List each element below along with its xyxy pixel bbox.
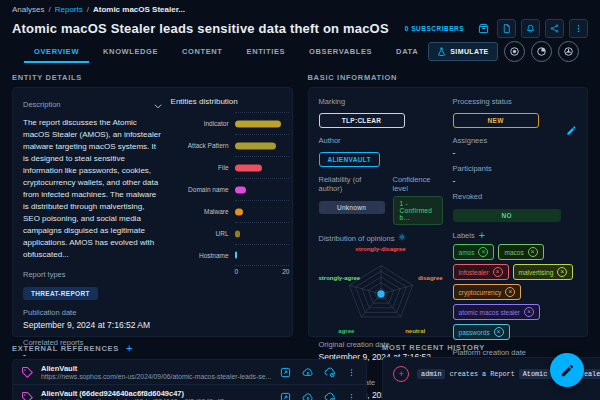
radar-axis-agree: agree xyxy=(338,328,354,334)
edit-pencil-icon[interactable] xyxy=(566,122,577,140)
report-type-chip[interactable]: THREAT-REPORT xyxy=(23,287,98,300)
chart-row: Attack Pattern xyxy=(171,134,290,156)
reference-kebab-icon[interactable] xyxy=(345,366,358,379)
axis-tick-max: 20 xyxy=(282,268,289,275)
breadcrumb: Analyses / Reports / Atomic macOS Steale… xyxy=(12,5,588,14)
open-external-icon[interactable] xyxy=(279,366,292,379)
entity-details-section: ENTITY DETAILS Description The report di… xyxy=(12,67,293,337)
chart-category-label: Attack Pattern xyxy=(171,134,235,156)
tab[interactable]: OBSERVABLES xyxy=(299,40,382,63)
remove-label-icon[interactable] xyxy=(528,247,538,257)
reference-kebab-icon[interactable] xyxy=(345,391,358,400)
label-chip[interactable]: cryptocurrency xyxy=(453,284,522,300)
reliability-chip: Unknown xyxy=(319,201,385,214)
reference-url[interactable]: https://news.sophos.com/en-us/2024/09/06… xyxy=(41,373,271,380)
tab[interactable]: OVERVIEW xyxy=(24,40,89,63)
chart-row: Malware xyxy=(171,200,290,222)
author-chip[interactable]: ALIENVAULT xyxy=(319,152,380,167)
external-reference-row[interactable]: AlienVault https://news.sophos.com/en-us… xyxy=(13,360,366,385)
labels-label: Labels xyxy=(453,231,475,240)
simulate-button[interactable]: SIMULATE xyxy=(428,42,497,61)
chart-bar[interactable] xyxy=(235,186,246,193)
publication-date-value: September 9, 2024 at 7:16:52 AM xyxy=(23,320,163,330)
confidence-chip[interactable]: 1 - Confirmed b... xyxy=(393,196,443,225)
basic-information-section: BASIC INFORMATION Marking TLP:CLEAR Auth… xyxy=(308,67,589,337)
chart-bar[interactable] xyxy=(235,120,282,127)
label-chip[interactable]: amos xyxy=(453,244,495,260)
external-references-card: AlienVault https://news.sophos.com/en-us… xyxy=(12,359,367,400)
processing-status-chip[interactable]: NEW xyxy=(453,113,539,128)
basic-information-card: Marking TLP:CLEAR Author ALIENVAULT Reli… xyxy=(308,87,589,337)
cloud-upload-icon[interactable] xyxy=(301,366,314,379)
simulate-icon xyxy=(437,47,446,56)
description-text: The report discusses the Atomic macOS St… xyxy=(23,117,163,261)
publication-date-label: Publication date xyxy=(23,308,163,317)
radar-axis-strongly-agree: strongly-agree xyxy=(319,275,361,281)
entities-distribution-title: Entities distribution xyxy=(171,97,290,106)
chart-bar[interactable] xyxy=(235,230,240,237)
labels-list: amos macos xyxy=(453,244,587,340)
chart-category-label: File xyxy=(171,156,235,178)
more-options-kebab-icon[interactable] xyxy=(569,19,588,38)
chart-bar[interactable] xyxy=(235,252,238,259)
open-external-icon[interactable] xyxy=(279,391,292,400)
chevron-down-icon[interactable] xyxy=(153,97,163,115)
marking-chip[interactable]: TLP:CLEAR xyxy=(319,113,405,128)
tab[interactable]: ENTITIES xyxy=(237,40,296,63)
revoked-label: Revoked xyxy=(453,192,587,201)
description-label: Description xyxy=(23,100,61,109)
opencti-report-page: Analyses / Reports / Atomic macOS Steale… xyxy=(0,0,600,400)
remove-label-icon[interactable] xyxy=(478,247,488,257)
entity-details-card: Description The report discusses the Ato… xyxy=(12,87,293,337)
report-types-label: Report types xyxy=(23,270,163,279)
enrichment-icon[interactable] xyxy=(475,20,492,37)
label-chip[interactable]: malvertising xyxy=(513,264,574,280)
tab[interactable]: KNOWLEDGE xyxy=(93,40,168,63)
tab[interactable]: DATA xyxy=(386,40,428,63)
target-circle-icon[interactable] xyxy=(504,41,525,62)
processing-status-label: Processing status xyxy=(453,97,587,106)
chart-row: URL xyxy=(171,222,290,244)
share-graph-icon[interactable] xyxy=(545,19,564,38)
reference-source: AlienVault xyxy=(41,364,271,373)
external-reference-row[interactable]: AlienVault (66ded924640ac6f8d6049c47) ht… xyxy=(13,385,366,400)
chart-bar[interactable] xyxy=(235,164,262,171)
revoked-chip: NO xyxy=(453,209,561,222)
radar-axis-strongly-disagree: strongly-disagree xyxy=(355,246,405,252)
opinions-label: Distribution of opinions xyxy=(319,234,395,243)
remove-label-icon[interactable] xyxy=(505,287,515,297)
remove-label-icon[interactable] xyxy=(557,267,567,277)
breadcrumb-analyses[interactable]: Analyses xyxy=(12,5,44,14)
bell-icon[interactable] xyxy=(521,19,540,38)
chart-bar[interactable] xyxy=(235,142,276,149)
remove-label-icon[interactable] xyxy=(493,267,503,277)
atom-circle-icon[interactable] xyxy=(558,41,579,62)
tag-icon xyxy=(21,366,33,378)
chart-category-label: Hostname xyxy=(171,244,235,266)
reference-source: AlienVault (66ded924640ac6f8d6049c47) xyxy=(41,389,271,398)
cloud-sync-icon[interactable] xyxy=(323,391,336,400)
radar-axis-neutral: neutral xyxy=(405,328,425,334)
history-actor[interactable]: admin xyxy=(417,369,445,379)
pie-circle-icon[interactable] xyxy=(531,41,552,62)
chart-bar[interactable] xyxy=(235,208,243,215)
cloud-upload-icon[interactable] xyxy=(301,391,314,400)
reliability-label: Reliability (of author) xyxy=(319,175,385,193)
pencil-icon xyxy=(560,363,575,378)
label-chip[interactable]: infostealer xyxy=(453,264,509,280)
cloud-sync-icon[interactable] xyxy=(323,366,336,379)
tab[interactable]: CONTENT xyxy=(172,40,232,63)
remove-label-icon[interactable] xyxy=(524,307,534,317)
label-chip[interactable]: atomic macos stealer xyxy=(453,304,540,320)
export-file-icon[interactable] xyxy=(497,19,516,38)
label-chip[interactable]: macos xyxy=(498,244,543,260)
remove-label-icon[interactable] xyxy=(494,327,504,337)
assignees-value: - xyxy=(453,148,587,158)
history-action: creates a Report xyxy=(449,370,514,378)
edit-fab-button[interactable] xyxy=(550,353,584,387)
gear-icon[interactable] xyxy=(398,233,406,243)
breadcrumb-current: Atomic macOS Stealer... xyxy=(93,5,185,14)
breadcrumb-reports[interactable]: Reports xyxy=(55,5,83,14)
add-label-button[interactable]: + xyxy=(479,230,485,241)
label-chip[interactable]: passwords xyxy=(453,324,510,340)
